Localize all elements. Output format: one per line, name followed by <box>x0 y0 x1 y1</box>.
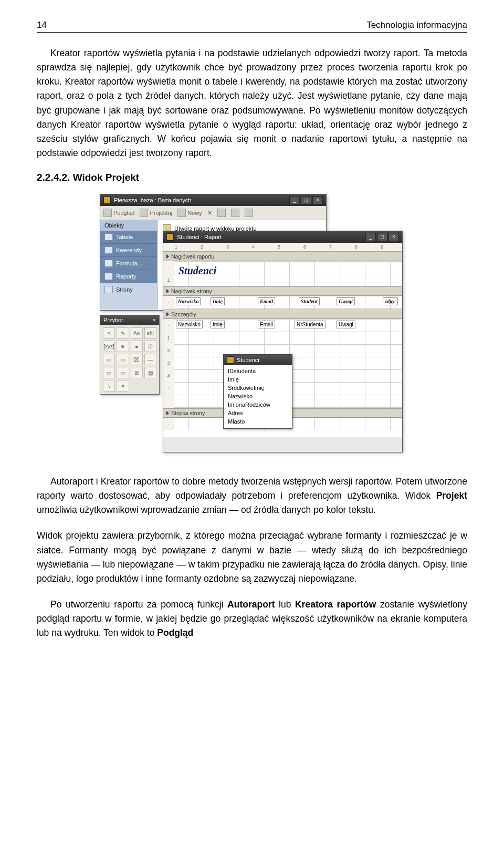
tool-group[interactable]: [xyz] <box>103 341 115 352</box>
tool-more1[interactable]: \ <box>103 380 115 392</box>
view-icon <box>217 209 226 217</box>
col-header[interactable]: Student <box>299 297 320 305</box>
report-titlebar[interactable]: Studenci : Raport _ □ × <box>163 231 402 243</box>
detail-field[interactable]: Nazwisko <box>176 321 203 328</box>
db-titlebar[interactable]: Pierwsza_baza : Baza danych _ □ × <box>100 194 326 206</box>
detail-field[interactable]: Email <box>258 321 275 328</box>
col-header[interactable]: Email <box>258 297 275 305</box>
sidebar-header: Obiekty <box>100 220 157 231</box>
db-title-text: Pierwsza_baza : Baza danych <box>114 197 191 203</box>
report-icon <box>104 273 113 280</box>
tool-toggle[interactable]: ≡ <box>117 341 129 352</box>
maximize-button[interactable]: □ <box>377 233 387 241</box>
page-number: 14 <box>37 20 47 30</box>
tool-wizard[interactable]: ✎ <box>117 327 129 339</box>
list-item[interactable]: IDstudenta <box>228 367 288 376</box>
close-icon[interactable]: × <box>153 317 156 323</box>
view-icon <box>245 209 253 217</box>
sidebar-item-forms[interactable]: Formula... <box>100 257 157 270</box>
tool-checkbox[interactable]: ☑ <box>144 341 156 352</box>
toolbar-delete[interactable]: ✕ <box>207 210 212 217</box>
list-item[interactable]: ImionaRodziców <box>228 401 288 409</box>
db-toolbar: Podgląd Projektuj Nowy ✕ <box>100 206 326 220</box>
paragraph-2: Autoraport i Kreator raportów to dobre m… <box>37 475 467 517</box>
popup-field-list: IDstudenta Imię ŚrodkoweImię Nazwisko Im… <box>224 365 292 428</box>
report-title-label[interactable]: Studenci <box>177 264 218 277</box>
table-icon <box>104 233 113 241</box>
preview-icon <box>103 209 112 217</box>
tool-image[interactable]: ⌧ <box>131 354 143 365</box>
tool-select[interactable]: ↖ <box>103 327 115 339</box>
paragraph-1: Kreator raportów wyświetla pytania i na … <box>37 46 467 160</box>
report-icon <box>166 233 174 241</box>
tool-option[interactable]: ● <box>131 341 143 352</box>
tool-more2[interactable]: ✶ <box>117 380 129 392</box>
page-icon <box>104 286 113 293</box>
sidebar-item-pages[interactable]: Strony <box>100 283 157 296</box>
toolbar-view3[interactable] <box>245 209 253 217</box>
sidebar-item-queries[interactable]: Kwerendy <box>100 244 157 257</box>
document-page: 14 Technologia informacyjna Kreator rapo… <box>0 0 504 678</box>
query-icon <box>104 246 113 254</box>
tool-line[interactable]: — <box>144 354 156 365</box>
running-header: 14 Technologia informacyjna <box>37 20 467 33</box>
list-item[interactable]: Miasto <box>228 418 288 426</box>
close-button[interactable]: × <box>388 233 399 241</box>
tool-rect[interactable]: ▭ <box>103 367 115 378</box>
toolbox-window[interactable]: Przybor × ↖ ✎ Aa ab| [xyz] ≡ ● ☑ ▭ ▭ ⌧ —… <box>100 315 160 395</box>
table-icon <box>227 356 234 364</box>
view-icon <box>231 209 239 217</box>
heading-widok-projekt: 2.2.4.2. Widok Projekt <box>37 172 467 183</box>
toolbox-grid: ↖ ✎ Aa ab| [xyz] ≡ ● ☑ ▭ ▭ ⌧ — ▭ ▭ ⊞ ▤ \ <box>100 325 159 394</box>
close-button[interactable]: × <box>312 196 323 204</box>
list-item[interactable]: Imię <box>228 376 288 384</box>
maximize-button[interactable]: □ <box>301 196 311 204</box>
screenshot-figure: Pierwsza_baza : Baza danych _ □ × Podglą… <box>37 194 467 457</box>
horizontal-ruler: 1 2 3 4 5 6 7 8 9 <box>163 243 402 252</box>
col-header[interactable]: Imię <box>211 297 225 305</box>
sidebar-item-reports[interactable]: Raporty <box>100 270 157 283</box>
tool-subform[interactable]: ▭ <box>117 367 129 378</box>
toolbar-view2[interactable] <box>231 209 239 217</box>
tool-chart[interactable]: ▤ <box>144 367 156 378</box>
section-page-header[interactable]: Nagłówek strony <box>163 286 402 296</box>
toolbox-titlebar[interactable]: Przybor × <box>100 315 159 325</box>
list-item[interactable]: Nazwisko <box>228 393 288 401</box>
toolbar-design[interactable]: Projektuj <box>140 209 172 217</box>
tool-list[interactable]: ▭ <box>117 354 129 365</box>
col-header[interactable]: Uwagi <box>337 297 355 305</box>
tool-tab[interactable]: ⊞ <box>131 367 143 378</box>
list-item[interactable]: ŚrodkoweImię <box>228 384 288 393</box>
paragraph-3: Widok projektu zawiera przybornik, z któ… <box>37 529 467 586</box>
app-icon <box>103 197 111 204</box>
tool-label[interactable]: Aa <box>131 327 143 339</box>
design-icon <box>140 209 148 217</box>
list-item[interactable]: Adres <box>228 409 288 418</box>
tool-textbox[interactable]: ab| <box>144 327 156 339</box>
col-header[interactable]: Nazwisko <box>176 297 201 305</box>
detail-field[interactable]: Imię <box>211 321 225 328</box>
toolbar-view1[interactable] <box>217 209 226 217</box>
running-title: Technologia informacyjna <box>366 20 467 30</box>
toolbar-new[interactable]: Nowy <box>177 209 202 217</box>
form-icon <box>104 260 113 267</box>
col-header[interactable]: zdjęc <box>383 297 398 305</box>
detail-field[interactable]: Uwagi <box>337 321 355 328</box>
minimize-button[interactable]: _ <box>365 233 376 241</box>
section-detail[interactable]: Szczegóły <box>163 310 402 319</box>
section-report-header[interactable]: Nagłówek raportu <box>163 252 402 261</box>
detail-field[interactable]: NrStudenta <box>295 321 326 328</box>
paragraph-4: Po utworzeniu raportu za pomocą funkcji … <box>37 598 467 640</box>
toolbar-preview[interactable]: Podgląd <box>103 209 134 217</box>
minimize-button[interactable]: _ <box>289 196 300 204</box>
report-title-text: Studenci : Raport <box>177 234 222 240</box>
sidebar-item-tables[interactable]: Tabele <box>100 231 157 244</box>
db-sidebar: Obiekty Tabele Kwerendy Formula... Rapor… <box>100 220 158 310</box>
popup-titlebar[interactable]: Studenci <box>224 355 292 365</box>
field-list-popup[interactable]: Studenci IDstudenta Imię ŚrodkoweImię Na… <box>223 354 292 429</box>
tool-combo[interactable]: ▭ <box>103 354 115 365</box>
new-icon <box>177 209 186 217</box>
